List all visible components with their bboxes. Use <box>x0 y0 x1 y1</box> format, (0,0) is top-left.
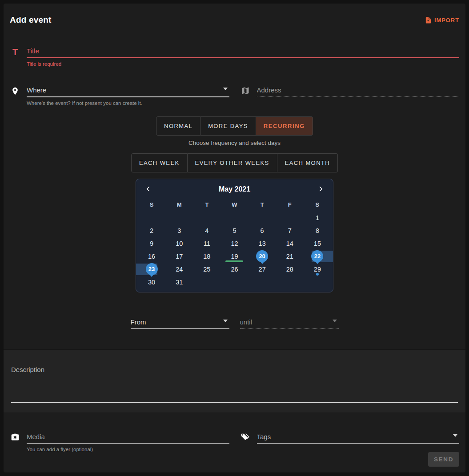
weekday-label: S <box>138 198 165 211</box>
until-dropdown-caret-icon <box>333 320 337 322</box>
calendar-day-18[interactable]: 18 <box>193 250 220 263</box>
frequency-each-week-button[interactable]: EACH WEEK <box>131 153 188 172</box>
calendar-day-empty <box>249 276 276 288</box>
calendar-day-5[interactable]: 5 <box>220 224 248 237</box>
dialog-header: Add event IMPORT <box>4 4 465 25</box>
from-time-select[interactable] <box>131 316 221 328</box>
day-number: 4 <box>205 227 208 234</box>
day-number: 8 <box>316 227 319 234</box>
calendar-day-22[interactable]: 22 <box>304 250 331 263</box>
calendar-day-16[interactable]: 16 <box>138 250 165 263</box>
calendar-day-14[interactable]: 14 <box>276 237 304 250</box>
chevron-right-icon <box>317 185 325 194</box>
camera-icon <box>10 433 20 444</box>
day-number: 9 <box>150 240 153 247</box>
calendar-day-21[interactable]: 21 <box>276 250 304 263</box>
send-button[interactable]: SEND <box>428 452 459 467</box>
calendar-day-2[interactable]: 2 <box>138 224 165 237</box>
calendar: May 2021 SMTWTFS 12345678910111213141516… <box>136 179 333 292</box>
calendar-day-24[interactable]: 24 <box>165 263 193 276</box>
tags-select[interactable] <box>257 431 452 443</box>
title-input[interactable] <box>27 45 459 57</box>
day-number: 19 <box>231 253 238 260</box>
calendar-weekdays: SMTWTFS <box>138 198 331 211</box>
map-icon <box>240 86 251 97</box>
day-number: 6 <box>261 227 264 234</box>
calendar-day-empty <box>165 211 193 224</box>
calendar-day-6[interactable]: 6 <box>249 224 276 237</box>
day-number: 12 <box>231 240 238 247</box>
calendar-day-31[interactable]: 31 <box>165 276 193 288</box>
calendar-day-11[interactable]: 11 <box>193 237 220 250</box>
day-number: 10 <box>176 240 183 247</box>
bottom-section: You can add a flyer (optional) <box>4 412 465 472</box>
where-select[interactable] <box>27 84 221 96</box>
calendar-day-7[interactable]: 7 <box>276 224 304 237</box>
calendar-day-28[interactable]: 28 <box>276 263 304 276</box>
calendar-month-title: May 2021 <box>154 185 315 193</box>
weekday-label: T <box>193 198 220 211</box>
day-number: 7 <box>288 227 292 234</box>
calendar-day-8[interactable]: 8 <box>304 224 331 237</box>
file-import-icon <box>425 16 432 24</box>
event-form: T Title is required <box>4 25 465 349</box>
page-title: Add event <box>10 15 52 25</box>
day-number: 26 <box>231 266 238 273</box>
day-number: 17 <box>176 253 183 260</box>
calendar-day-15[interactable]: 15 <box>304 237 331 250</box>
day-number: 30 <box>148 279 155 286</box>
calendar-day-30[interactable]: 30 <box>138 276 165 288</box>
calendar-day-9[interactable]: 9 <box>138 237 165 250</box>
calendar-day-20[interactable]: 20 <box>249 250 276 263</box>
calendar-day-3[interactable]: 3 <box>165 224 193 237</box>
calendar-prev-month-button[interactable] <box>142 183 154 196</box>
tab-normal[interactable]: NORMAL <box>156 116 200 136</box>
weekday-label: S <box>304 198 331 211</box>
tab-more-days[interactable]: MORE DAYS <box>200 116 256 136</box>
calendar-next-month-button[interactable] <box>315 183 327 196</box>
calendar-day-1[interactable]: 1 <box>304 211 331 224</box>
chevron-left-icon <box>144 185 152 194</box>
day-number: 25 <box>203 266 210 273</box>
media-input[interactable] <box>27 431 229 443</box>
calendar-day-4[interactable]: 4 <box>193 224 220 237</box>
calendar-day-10[interactable]: 10 <box>165 237 193 250</box>
calendar-day-13[interactable]: 13 <box>249 237 276 250</box>
day-number: 16 <box>148 253 155 260</box>
day-number: 1 <box>316 214 319 221</box>
weekday-label: F <box>276 198 304 211</box>
from-dropdown-caret-icon[interactable] <box>223 320 228 322</box>
calendar-day-17[interactable]: 17 <box>165 250 193 263</box>
calendar-day-25[interactable]: 25 <box>193 263 220 276</box>
import-button[interactable]: IMPORT <box>425 16 459 24</box>
calendar-day-empty <box>249 211 276 224</box>
weekday-label: M <box>165 198 193 211</box>
where-dropdown-caret-icon[interactable] <box>223 88 228 90</box>
day-number: 3 <box>177 227 181 234</box>
calendar-day-empty <box>193 211 220 224</box>
frequency-hint: Choose frequency and select days <box>10 140 459 146</box>
address-input[interactable] <box>257 84 460 96</box>
description-textarea[interactable] <box>11 360 458 403</box>
media-helper-text: You can add a flyer (optional) <box>27 447 229 452</box>
calendar-day-23[interactable]: 23 <box>138 263 165 276</box>
day-number: 13 <box>259 240 266 247</box>
frequency-options: EACH WEEK EVERY OTHER WEEKS EACH MONTH <box>131 153 338 172</box>
calendar-day-19[interactable]: 19 <box>220 250 248 263</box>
calendar-day-26[interactable]: 26 <box>220 263 248 276</box>
tags-dropdown-caret-icon[interactable] <box>453 434 457 437</box>
frequency-every-other-weeks-button[interactable]: EVERY OTHER WEEKS <box>188 153 277 172</box>
calendar-day-12[interactable]: 12 <box>220 237 248 250</box>
import-label: IMPORT <box>434 17 459 24</box>
location-pin-icon <box>10 87 20 97</box>
calendar-day-29[interactable]: 29 <box>304 263 331 276</box>
calendar-day-27[interactable]: 27 <box>249 263 276 276</box>
until-time-select[interactable] <box>240 316 331 328</box>
frequency-each-month-button[interactable]: EACH MONTH <box>277 153 338 172</box>
calendar-day-empty <box>220 276 248 288</box>
tags-icon <box>240 433 251 444</box>
calendar-grid: 1234567891011121314151617181920212223242… <box>138 211 331 288</box>
tab-recurring[interactable]: RECURRING <box>256 116 313 136</box>
day-number: 5 <box>232 227 236 234</box>
day-number: 2 <box>150 227 153 234</box>
